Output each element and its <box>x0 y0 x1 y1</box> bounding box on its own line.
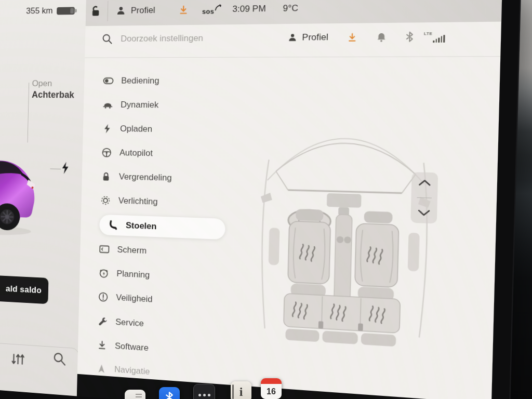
tesla-touchscreen: 355 km Open Achterbak <box>0 0 502 399</box>
light-icon <box>100 195 111 206</box>
sidebar-item-service[interactable]: Service <box>97 311 219 338</box>
profile-label: Profiel <box>131 5 155 16</box>
wrench-icon <box>97 316 108 327</box>
sidebar-item-autopilot[interactable]: Autopilot <box>101 142 223 165</box>
software-update-status[interactable] <box>178 5 189 15</box>
header-divider <box>85 56 500 58</box>
settings-card: Profiel LTE <box>77 22 501 399</box>
sidebar-item-verlichting[interactable]: Verlichting <box>100 190 222 215</box>
sidebar-item-opladen[interactable]: Opladen <box>101 118 223 141</box>
trunk-open-action[interactable]: Open <box>32 78 52 88</box>
bolt-icon <box>102 124 113 134</box>
seat-icon <box>107 220 118 230</box>
sos-swoosh-icon <box>215 4 222 11</box>
sidebar-item-vergrendeling[interactable]: Vergrendeling <box>100 166 222 190</box>
seat-page-scroll-control <box>410 172 438 223</box>
sidebar-item-stoelen[interactable]: Stoelen <box>99 215 225 240</box>
charge-bolt-icon[interactable] <box>61 161 70 175</box>
tesla-screen-bezel: 355 km Open Achterbak <box>0 0 521 399</box>
clock: 3:09 PM <box>232 4 266 15</box>
sidebar-item-dynamiek[interactable]: Dynamiek <box>102 95 224 116</box>
person-icon <box>287 33 297 43</box>
navigation-icon <box>96 363 107 374</box>
car-icon <box>102 100 113 110</box>
panel-card-edge <box>0 341 79 399</box>
display-icon <box>99 244 110 254</box>
sos-label: sos <box>202 7 215 15</box>
notifications-bell-icon[interactable] <box>376 32 387 42</box>
profile-label: Profiel <box>302 32 328 43</box>
battery-range: 355 km <box>26 6 53 16</box>
driver-profile[interactable]: Profiel <box>116 5 155 16</box>
download-icon <box>178 5 189 15</box>
battery-icon[interactable] <box>57 7 75 15</box>
download-icon <box>97 340 108 351</box>
bluetooth-icon[interactable] <box>406 31 414 42</box>
dock-more-icon[interactable] <box>193 384 215 399</box>
scroll-up-button[interactable] <box>418 179 432 187</box>
profile-menu[interactable]: Profiel <box>287 32 328 43</box>
purple-car-image[interactable] <box>0 145 44 242</box>
dock-files-icon[interactable] <box>125 390 145 399</box>
photo-of-tesla-screen: 355 km Open Achterbak <box>0 0 532 399</box>
unlocked-icon <box>90 5 102 18</box>
lock-icon <box>100 171 111 182</box>
dock-bluetooth-icon[interactable] <box>159 387 180 399</box>
schedule-icon <box>98 268 109 278</box>
car-status-panel: 355 km Open Achterbak <box>0 0 86 396</box>
charger-search-icon[interactable] <box>51 351 68 369</box>
toggle-icon <box>103 76 114 86</box>
calendar-header <box>261 378 282 384</box>
outside-temperature: 9°C <box>283 3 298 14</box>
person-icon <box>116 6 126 16</box>
lock-status[interactable] <box>90 5 102 18</box>
filter-sort-icon[interactable] <box>10 350 27 368</box>
sos-status[interactable]: sos <box>202 4 222 16</box>
sidebar-item-planning[interactable]: Planning <box>98 263 220 289</box>
calendar-day: 16 <box>261 384 282 399</box>
dock-calendar-icon[interactable]: 16 <box>261 378 282 399</box>
network-type-label: LTE <box>424 31 433 36</box>
download-icon[interactable] <box>347 32 358 43</box>
sidebar-item-bediening[interactable]: Bediening <box>103 71 225 91</box>
trunk-label[interactable]: Achterbak <box>32 90 74 101</box>
scroll-down-button[interactable] <box>417 209 431 217</box>
search-icon <box>102 33 113 45</box>
dock-dictionary-icon[interactable]: i <box>231 381 251 399</box>
trunk-pointer-line <box>28 83 30 142</box>
search-input[interactable] <box>119 32 255 45</box>
balance-tooltip: ald saldo <box>0 274 48 304</box>
sidebar-item-veiligheid[interactable]: Veiligheid <box>98 287 220 314</box>
tooltip-text: ald saldo <box>6 284 42 296</box>
charge-port-line <box>50 168 61 169</box>
cellular-signal: LTE <box>433 31 445 42</box>
car-top-view-diagram <box>256 82 434 350</box>
steering-wheel-icon <box>101 148 112 158</box>
warning-icon <box>98 291 109 302</box>
sidebar-item-scherm[interactable]: Scherm <box>99 239 221 264</box>
scroll-divider <box>417 197 432 198</box>
